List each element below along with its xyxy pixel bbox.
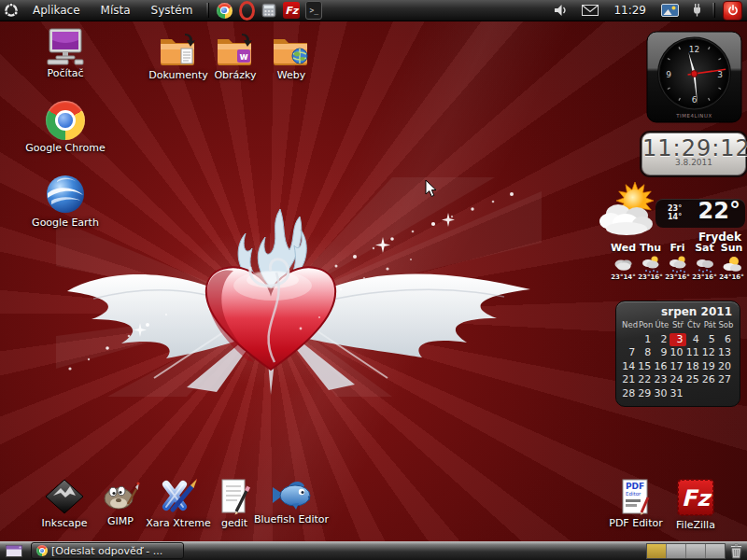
pdf-editor-icon: PDFEditor (619, 478, 653, 515)
calendar-date: 30 (654, 387, 669, 401)
workspace-1[interactable] (647, 544, 667, 558)
mouse-cursor (425, 179, 438, 198)
weather-forecast: Wed 23°14° Thu 23°16° Fri 23°16° Sat 23°… (610, 242, 745, 281)
calendar-date: 8 (638, 346, 654, 360)
clock-number-12: 12 (689, 45, 699, 54)
weather-current-temp: 22° (698, 198, 740, 224)
calendar-widget[interactable]: srpen 2011 NedPonÚteStřČtvPátSob12345678… (615, 301, 740, 407)
menu-applications[interactable]: Aplikace (22, 0, 91, 21)
menu-places[interactable]: Místa (91, 0, 141, 21)
volume-control[interactable] (554, 4, 569, 17)
weather-high: 23° (668, 204, 682, 213)
clock-number-9: 9 (666, 70, 671, 79)
filezilla-icon: Fz (283, 2, 300, 19)
calendar-date (702, 387, 718, 401)
desktop-icon-google-earth[interactable]: Google Earth (33, 174, 98, 229)
weather-widget[interactable]: 23° 14° 22° Frydek Wed 23°14 (598, 182, 745, 289)
google-chrome-icon (36, 545, 48, 556)
desktop-icon-label: Obrázky (214, 69, 256, 81)
forecast-day: Fri 23°16° (664, 242, 691, 281)
calendar-day-name: Sob (718, 319, 734, 333)
google-chrome-icon (217, 3, 233, 19)
mail-notifier[interactable] (582, 5, 599, 16)
mail-icon (582, 5, 599, 16)
clock-number-6: 6 (692, 95, 698, 105)
power-icon (727, 5, 739, 16)
xara-xtreme-icon (158, 478, 199, 515)
forecast-day: Wed 23°14° (610, 242, 637, 281)
google-chrome-icon (46, 101, 85, 140)
calendar-date: 7 (622, 346, 638, 360)
desktop-icon-documents[interactable]: Dokumenty (146, 32, 211, 81)
calendar-date (718, 387, 734, 401)
connection-applet[interactable] (692, 4, 702, 17)
opera-launcher[interactable] (238, 2, 255, 19)
digital-clock-widget[interactable]: 11:29:12 3.8.2011 (641, 133, 746, 175)
workspace-3[interactable] (686, 544, 706, 558)
calendar-date (686, 387, 702, 401)
svg-text:Editor: Editor (626, 491, 641, 497)
svg-text:PDF: PDF (626, 482, 644, 491)
taskbar-window-button[interactable]: [Odeslat odpověď - ... (31, 542, 184, 559)
distro-logo-icon[interactable] (3, 2, 20, 19)
power-button[interactable] (723, 1, 742, 21)
desktop-icon-label: Weby (277, 69, 306, 81)
calendar-day-name: Pát (702, 319, 718, 333)
weather-current-panel: 23° 14° 22° (655, 199, 745, 228)
calendar-date: 18 (686, 360, 702, 374)
calendar-date: 13 (718, 346, 734, 360)
desktop-icon-label: gedit (221, 517, 247, 529)
opera-icon (239, 1, 255, 21)
desktop-icon-bluefish[interactable]: Bluefish Editor (259, 478, 324, 525)
calendar-month-title: srpen 2011 (622, 305, 734, 318)
desktop-icon-gimp[interactable]: GIMP (88, 478, 153, 527)
calendar-date: 23 (654, 373, 669, 387)
calendar-date: 29 (638, 387, 654, 401)
terminal-launcher[interactable]: >_ (305, 2, 322, 19)
heart-wings-wallpaper-art (56, 177, 542, 397)
photo-viewer-applet[interactable] (661, 4, 679, 17)
calendar-date: 2 (654, 333, 669, 347)
panel-clock[interactable]: 11:29 (613, 4, 646, 17)
computer-icon (44, 28, 87, 65)
bluefish-icon (270, 478, 313, 511)
desktop-icon-label: GIMP (107, 515, 134, 527)
desktop-icon-label: PDF Editor (609, 517, 662, 529)
calculator-launcher[interactable] (261, 2, 277, 19)
calendar-date: 1 (638, 333, 654, 347)
desktop-screen: Aplikace Místa Systém Fz >_ 11:29 (0, 0, 747, 560)
calendar-day-name: Stř (669, 319, 685, 333)
desktop-icon-google-chrome[interactable]: Google Chrome (33, 101, 98, 154)
analog-clock-widget[interactable]: 12 3 6 9 TIME4LINUX (646, 31, 742, 123)
google-earth-icon (45, 174, 86, 215)
google-chrome-launcher[interactable] (216, 2, 233, 19)
calendar-date (622, 333, 638, 347)
clock-brand: TIME4LINUX (675, 113, 712, 119)
forecast-day: Thu 23°16° (637, 242, 664, 281)
calendar-date: 5 (702, 333, 718, 347)
calculator-icon (261, 3, 276, 18)
calendar-date: 25 (686, 373, 702, 387)
desktop-icon-label: Inkscape (42, 517, 88, 529)
calendar-date: 22 (638, 373, 654, 387)
calendar-date: 31 (669, 387, 685, 401)
calendar-date: 14 (622, 360, 638, 374)
sun-cloud-icon (721, 254, 743, 273)
menu-system[interactable]: Systém (141, 0, 204, 21)
calendar-date: 24 (669, 373, 685, 387)
workspace-2[interactable] (667, 544, 686, 558)
desktop-icon-filezilla[interactable]: Fz FileZilla (663, 478, 728, 531)
desktop-icon-pdf-editor[interactable]: PDFEditor PDF Editor (603, 478, 669, 529)
sun-cloud-rain-icon (667, 254, 689, 273)
pictures-folder-icon: w (214, 32, 257, 67)
show-desktop-button[interactable] (2, 542, 26, 559)
filezilla-launcher[interactable]: Fz (283, 2, 300, 19)
trash-applet[interactable] (729, 543, 743, 559)
calendar-today: 3 (669, 333, 685, 347)
calendar-day-name: Ned (622, 319, 638, 333)
desktop-icon-computer[interactable]: Počítač (33, 28, 98, 79)
desktop-icon-web[interactable]: Weby (259, 32, 324, 81)
workspace-4[interactable] (706, 544, 725, 558)
calendar-date: 12 (702, 346, 718, 360)
desktop-icon-label: Bluefish Editor (254, 513, 329, 525)
